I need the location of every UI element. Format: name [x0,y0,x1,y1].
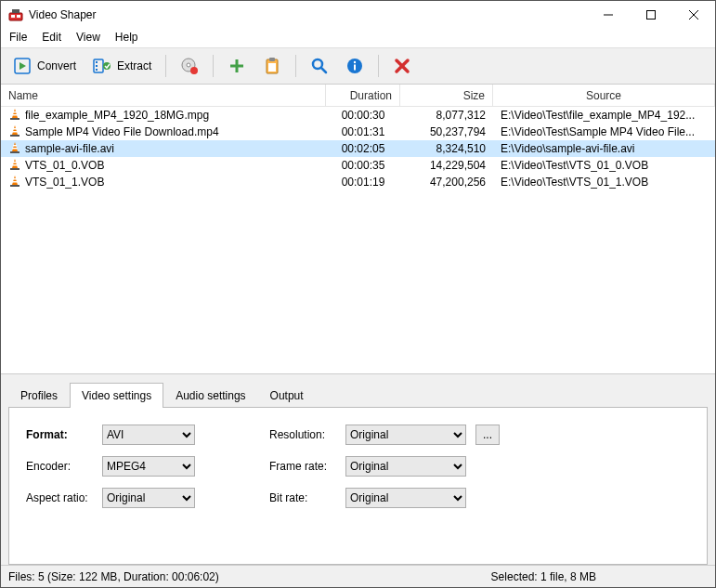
label-resolution: Resolution: [269,428,336,441]
column-header-size[interactable]: Size [400,85,493,106]
svg-marker-9 [20,62,26,70]
svg-rect-37 [10,135,20,137]
column-header-source[interactable]: Source [493,85,715,106]
extract-button[interactable]: Extract [86,52,158,80]
svg-rect-27 [354,65,356,71]
svg-rect-1 [11,15,15,18]
magnifier-icon [310,57,329,75]
label-framerate: Frame rate: [269,460,336,473]
file-list[interactable]: Name Duration Size Source file_example_M… [1,85,715,373]
x-icon [393,57,411,75]
file-size: 8,077,312 [400,109,493,122]
convert-icon [13,57,32,75]
paste-button[interactable] [256,52,288,80]
application-window: Video Shaper File Edit View Help Convert [0,0,716,588]
menu-file[interactable]: File [3,29,33,46]
toolbar: Convert Extract [1,47,715,85]
svg-rect-11 [96,61,98,63]
svg-rect-49 [10,185,20,187]
convert-button[interactable]: Convert [7,52,83,80]
encoder-select[interactable]: MPEG4 [102,456,195,477]
svg-rect-43 [13,162,17,163]
file-duration: 00:01:31 [326,125,400,138]
label-aspect: Aspect ratio: [26,491,93,504]
svg-rect-41 [10,151,20,153]
extract-label: Extract [117,59,151,72]
file-type-icon [8,175,21,190]
svg-rect-48 [12,181,18,183]
file-duration: 00:00:35 [326,159,400,172]
table-row[interactable]: VTS_01_1.VOB00:01:1947,200,256E:\Video\T… [1,174,715,190]
window-title: Video Shaper [29,8,97,21]
tab-video-settings[interactable]: Video settings [70,383,163,408]
tab-output[interactable]: Output [258,383,316,408]
menu-view[interactable]: View [70,29,107,46]
file-duration: 00:02:05 [326,142,400,155]
file-duration: 00:01:19 [326,176,400,189]
svg-rect-10 [94,59,103,72]
svg-rect-40 [12,148,18,150]
bitrate-select[interactable]: Original [345,488,466,508]
table-row[interactable]: file_example_MP4_1920_18MG.mpg00:00:308,… [1,107,715,124]
label-bitrate: Bit rate: [269,491,336,504]
file-size: 8,324,510 [400,142,493,155]
svg-rect-39 [13,145,17,147]
file-type-icon [8,108,21,124]
separator [213,55,214,77]
table-row[interactable]: Sample MP4 Video File Download.mp400:01:… [1,124,715,140]
svg-rect-12 [96,65,98,67]
menu-edit[interactable]: Edit [35,29,68,46]
remove-button[interactable] [386,52,418,80]
svg-rect-21 [269,58,275,61]
extract-icon [93,57,111,75]
settings-tabs: ProfilesVideo settingsAudio settingsOutp… [8,383,708,408]
svg-marker-46 [12,176,18,185]
file-name: VTS_01_0.VOB [25,159,104,172]
svg-line-24 [321,68,326,72]
aspect-select[interactable]: Original [102,488,195,508]
file-name: sample-avi-file.avi [25,142,114,155]
svg-rect-13 [96,69,98,71]
convert-label: Convert [37,59,76,72]
svg-rect-22 [268,63,276,72]
svg-marker-34 [12,125,18,135]
info-button[interactable] [339,52,371,80]
app-icon [8,7,23,22]
format-select[interactable]: AVI [102,425,195,445]
disc-button[interactable] [174,52,205,80]
svg-marker-42 [12,159,18,168]
column-header-name[interactable]: Name [1,85,326,106]
tab-profiles[interactable]: Profiles [8,383,70,408]
column-header-duration[interactable]: Duration [326,85,400,106]
resolution-custom-button[interactable]: ... [475,425,500,445]
file-source: E:\Video\Test\file_example_MP4_192... [493,109,715,122]
minimize-button[interactable] [587,1,630,29]
add-button[interactable] [221,52,253,80]
close-button[interactable] [672,1,715,29]
tab-audio-settings[interactable]: Audio settings [163,383,257,408]
titlebar: Video Shaper [1,1,715,29]
svg-marker-30 [12,109,18,118]
window-controls [587,1,715,29]
svg-point-26 [354,61,356,63]
table-row[interactable]: VTS_01_0.VOB00:00:3514,229,504E:\Video\T… [1,157,715,174]
svg-rect-36 [12,131,18,133]
svg-point-16 [187,63,190,67]
framerate-select[interactable]: Original [345,456,466,477]
resolution-select[interactable]: Original [345,425,466,445]
info-icon [345,57,364,75]
file-source: E:\Video\sample-avi-file.avi [493,142,715,155]
label-format: Format: [26,428,93,441]
menu-help[interactable]: Help [109,29,145,46]
table-row[interactable]: sample-avi-file.avi00:02:058,324,510E:\V… [1,140,715,157]
plus-icon [228,57,246,75]
file-source: E:\Video\Test\Sample MP4 Video File... [493,125,715,138]
svg-rect-3 [12,9,20,13]
file-type-icon [8,124,21,140]
search-button[interactable] [304,52,335,80]
svg-rect-2 [17,15,20,18]
file-name: file_example_MP4_1920_18MG.mpg [25,109,209,122]
label-encoder: Encoder: [26,460,93,473]
column-header-row: Name Duration Size Source [1,85,715,107]
maximize-button[interactable] [630,1,672,29]
